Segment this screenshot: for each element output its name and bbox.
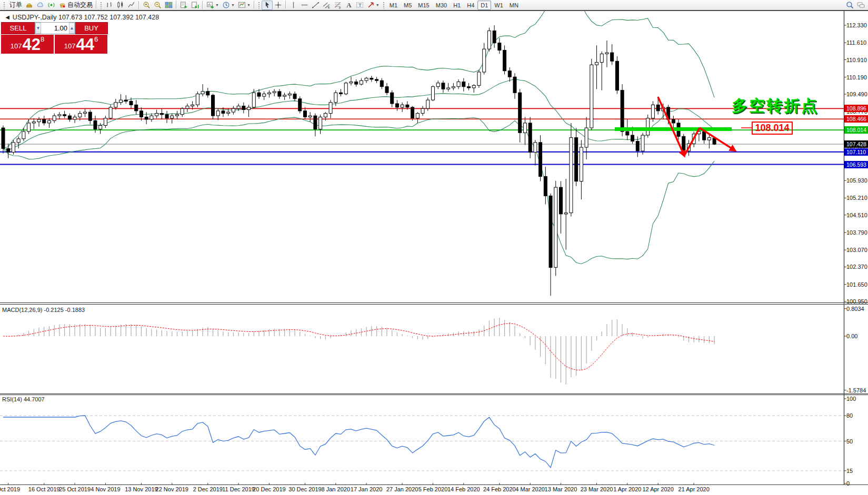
zoom-in-button[interactable] bbox=[141, 1, 152, 10]
time-axis-label: 4 Nov 2019 bbox=[91, 486, 120, 492]
chart-shift-button[interactable] bbox=[189, 1, 201, 10]
toolbar-separator bbox=[96, 1, 97, 9]
volume-input[interactable] bbox=[41, 23, 69, 34]
time-axis-label: 16 Oct 2019 bbox=[28, 486, 60, 492]
timeframe-m5-button[interactable]: M5 bbox=[401, 1, 415, 10]
volume-stepper: ▼ ▲ bbox=[35, 22, 75, 34]
trendline-tool-button[interactable] bbox=[310, 1, 321, 10]
toolbar-grip bbox=[383, 2, 385, 9]
crosshair-tool-button[interactable] bbox=[273, 1, 284, 10]
timeframe-m15-button[interactable]: M15 bbox=[415, 1, 432, 10]
turning-point-annotation[interactable]: 多空转折点 bbox=[732, 95, 819, 117]
candles[interactable] bbox=[2, 25, 716, 296]
time-axis-label: 17 Jan 2020 bbox=[351, 486, 383, 492]
tile-windows-icon bbox=[165, 1, 173, 9]
svg-text:T: T bbox=[358, 2, 362, 8]
signals-button[interactable] bbox=[46, 1, 57, 10]
tile-windows-button[interactable] bbox=[163, 1, 174, 10]
chat-button[interactable] bbox=[855, 1, 866, 10]
price-axis-tick: 103.070 bbox=[846, 247, 867, 253]
vertical-line-tool-button[interactable] bbox=[288, 1, 299, 10]
dropdown-arrow-icon[interactable]: ▼ bbox=[231, 3, 235, 7]
bar-chart-button[interactable] bbox=[104, 1, 115, 10]
dropdown-arrow-icon[interactable]: ▼ bbox=[376, 3, 380, 7]
autotrade-icon bbox=[58, 1, 66, 9]
volume-decrease-button[interactable]: ▼ bbox=[35, 23, 41, 34]
templates-button[interactable]: ▼ bbox=[236, 1, 252, 10]
sell-price-point: 8 bbox=[41, 36, 44, 43]
buy-price-pips: 44 bbox=[76, 37, 94, 53]
time-axis-label: 14 Feb 2020 bbox=[447, 486, 480, 492]
candlestick-chart-button[interactable] bbox=[115, 1, 126, 10]
auto-scroll-button[interactable] bbox=[178, 1, 189, 10]
periods-button[interactable]: ▼ bbox=[221, 1, 236, 10]
line-chart-icon bbox=[127, 1, 135, 9]
time-axis-label: 8 Jan 2020 bbox=[322, 486, 350, 492]
svg-text:A: A bbox=[346, 2, 352, 9]
toolbar: 订单自动交易▼▼▼EFAT▼M1M5M15M30H1H4D1W1MN bbox=[0, 0, 868, 11]
price-axis-tick: 103.790 bbox=[846, 229, 867, 236]
price-axis-tick: 105.210 bbox=[846, 195, 867, 201]
dropdown-arrow-icon[interactable]: ▼ bbox=[247, 3, 251, 7]
toolbar-separator bbox=[202, 1, 203, 9]
chart-title: ◄ USDJPY-,Daily 107.673 107.752 107.392 … bbox=[4, 14, 159, 21]
sell-price-panel[interactable]: 107428 bbox=[1, 35, 54, 54]
arrows-tool-button[interactable]: ▼ bbox=[365, 1, 381, 10]
trendline-icon bbox=[312, 1, 320, 9]
label-t-icon: T bbox=[356, 1, 364, 9]
price-badge-108.014: 108.014 bbox=[844, 126, 868, 134]
timeframe-w1-button[interactable]: W1 bbox=[491, 1, 506, 10]
gold-bar-button[interactable] bbox=[24, 1, 35, 10]
hline-icon bbox=[301, 1, 308, 9]
chart-canvas[interactable] bbox=[0, 11, 868, 495]
price-axis-tick: 105.930 bbox=[846, 177, 867, 184]
horizontal-line-tool-button[interactable] bbox=[299, 1, 310, 10]
buy-price-panel[interactable]: 107446 bbox=[55, 35, 107, 54]
timeframe-m1-button[interactable]: M1 bbox=[386, 1, 401, 10]
sell-button[interactable]: SELL bbox=[1, 22, 35, 34]
cloud-icon bbox=[36, 1, 44, 9]
timeframe-h1-button[interactable]: H1 bbox=[450, 1, 464, 10]
text-tool-button[interactable]: A bbox=[343, 1, 354, 10]
zoom-in-icon bbox=[143, 1, 151, 9]
time-axis-label: 4 Mar 2020 bbox=[515, 486, 545, 492]
new-order-button[interactable]: 订单 bbox=[7, 1, 24, 10]
autotrade-button[interactable]: 自动交易 bbox=[57, 1, 94, 10]
equidistant-channel-tool-button[interactable]: E bbox=[321, 1, 332, 10]
cursor-tool-button[interactable] bbox=[262, 1, 273, 10]
chart-shift-icon bbox=[191, 1, 199, 9]
time-axis-label: 11 Dec 2019 bbox=[222, 486, 255, 492]
chart-window[interactable]: ◄ USDJPY-,Daily 107.673 107.752 107.392 … bbox=[0, 11, 868, 495]
timeframe-d1-button[interactable]: D1 bbox=[477, 1, 491, 10]
fibonacci-tool-button[interactable]: F bbox=[332, 1, 343, 10]
symbol-collapse-arrow[interactable]: ◄ bbox=[4, 14, 11, 21]
price-axis-tick: 112.330 bbox=[846, 22, 867, 28]
time-axis-label: 22 Nov 2019 bbox=[156, 486, 188, 492]
timeframe-h4-button[interactable]: H4 bbox=[464, 1, 477, 10]
timeframe-mn-button[interactable]: MN bbox=[506, 1, 522, 10]
line-chart-button[interactable] bbox=[126, 1, 137, 10]
toolbar-grip bbox=[100, 2, 102, 9]
zoom-out-button[interactable] bbox=[152, 1, 163, 10]
dropdown-arrow-icon[interactable]: ▼ bbox=[215, 3, 219, 7]
timeframe-m30-button[interactable]: M30 bbox=[433, 1, 450, 10]
time-axis-label: 23 Mar 2020 bbox=[581, 486, 613, 492]
volume-increase-button[interactable]: ▲ bbox=[69, 23, 75, 34]
search-button[interactable] bbox=[844, 1, 855, 10]
cursor-icon bbox=[263, 1, 271, 9]
macd-axis-tick: -1.5784 bbox=[846, 387, 866, 393]
macd-axis-tick: 0.00 bbox=[846, 333, 857, 339]
price-axis-tick: 110.910 bbox=[846, 57, 867, 63]
sell-price-pips: 42 bbox=[22, 37, 40, 53]
price-axis-tick: 111.610 bbox=[846, 39, 866, 46]
text-label-tool-button[interactable]: T bbox=[354, 1, 365, 10]
rsi-axis-tick: 50 bbox=[846, 438, 853, 445]
price-badge-107.428: 107.428 bbox=[844, 140, 868, 148]
price-badge-107.110: 107.110 bbox=[844, 148, 868, 156]
buy-price-point: 6 bbox=[94, 36, 98, 43]
gold-bar-icon bbox=[25, 1, 33, 9]
cloud-publish-button[interactable] bbox=[35, 1, 46, 10]
new-chart-button[interactable]: ▼ bbox=[205, 1, 221, 10]
price-level-label[interactable]: 108.014 bbox=[752, 122, 793, 135]
buy-button[interactable]: BUY bbox=[75, 22, 108, 34]
